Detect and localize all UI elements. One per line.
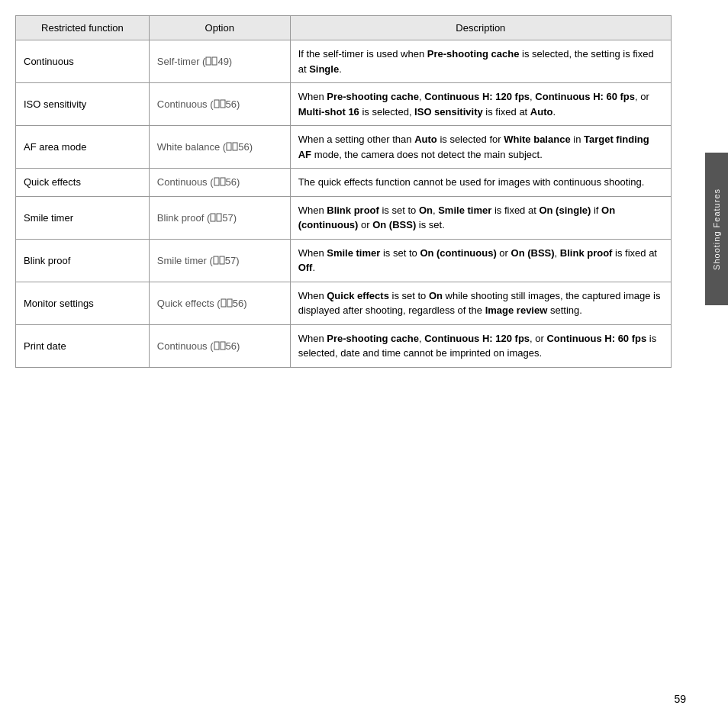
restricted-function-cell: AF area mode xyxy=(16,126,150,169)
table-row: Monitor settingsQuick effects (56)When Q… xyxy=(16,282,672,324)
table-row: Quick effectsContinuous (56)The quick ef… xyxy=(16,169,672,197)
option-cell: Smile timer (57) xyxy=(149,239,290,282)
svg-rect-12 xyxy=(221,299,226,307)
option-cell: Continuous (56) xyxy=(149,324,290,367)
description-cell: If the self-timer is used when Pre-shoot… xyxy=(290,40,671,83)
restricted-function-cell: Smile timer xyxy=(16,196,150,239)
description-cell: When Quick effects is set to On while sh… xyxy=(290,282,671,324)
svg-rect-7 xyxy=(221,178,225,185)
restricted-function-cell: Quick effects xyxy=(16,169,150,197)
table-row: Smile timerBlink proof (57)When Blink pr… xyxy=(16,196,672,239)
description-cell: When Pre-shooting cache, Continuous H: 1… xyxy=(290,83,671,126)
description-cell: When a setting other than Auto is select… xyxy=(290,126,671,169)
table-header-row: Restricted function Option Description xyxy=(16,16,672,40)
svg-rect-3 xyxy=(221,100,225,108)
svg-rect-13 xyxy=(227,299,232,307)
svg-rect-1 xyxy=(212,57,217,65)
svg-rect-14 xyxy=(214,342,219,350)
option-cell: Continuous (56) xyxy=(149,83,290,126)
option-cell: Blink proof (57) xyxy=(149,196,290,239)
svg-rect-9 xyxy=(217,214,221,221)
page-container: Restricted function Option Description C… xyxy=(0,0,728,728)
restricted-function-cell: Blink proof xyxy=(16,239,150,282)
svg-rect-11 xyxy=(220,256,224,264)
restricted-function-cell: ISO sensitivity xyxy=(16,83,150,126)
svg-rect-2 xyxy=(214,100,219,108)
table-row: ContinuousSelf-timer (49)If the self-tim… xyxy=(16,40,672,83)
svg-rect-8 xyxy=(211,214,215,221)
svg-rect-5 xyxy=(233,143,237,150)
restricted-function-cell: Monitor settings xyxy=(16,282,150,324)
svg-rect-0 xyxy=(206,57,211,65)
col-header-restricted: Restricted function xyxy=(16,16,150,40)
option-cell: Continuous (56) xyxy=(149,169,290,197)
description-cell: When Pre-shooting cache, Continuous H: 1… xyxy=(290,324,671,367)
option-cell: Self-timer (49) xyxy=(149,40,290,83)
side-tab-label: Shooting Features xyxy=(712,188,721,270)
option-cell: Quick effects (56) xyxy=(149,282,290,324)
table-row: AF area modeWhite balance (56)When a set… xyxy=(16,126,672,169)
svg-rect-4 xyxy=(227,143,231,150)
restricted-function-cell: Print date xyxy=(16,324,150,367)
col-header-description: Description xyxy=(290,16,671,40)
side-tab: Shooting Features xyxy=(705,153,728,305)
svg-rect-6 xyxy=(214,178,219,185)
svg-rect-10 xyxy=(214,256,218,264)
description-cell: When Blink proof is set to On, Smile tim… xyxy=(290,196,671,239)
description-cell: The quick effects function cannot be use… xyxy=(290,169,671,197)
col-header-option: Option xyxy=(149,16,290,40)
page-number: 59 xyxy=(674,693,686,705)
restricted-function-cell: Continuous xyxy=(16,40,150,83)
description-cell: When Smile timer is set to On (continuou… xyxy=(290,239,671,282)
svg-rect-15 xyxy=(221,342,225,350)
table-row: Print dateContinuous (56)When Pre-shooti… xyxy=(16,324,672,367)
restrictions-table: Restricted function Option Description C… xyxy=(15,15,672,368)
table-row: Blink proofSmile timer (57)When Smile ti… xyxy=(16,239,672,282)
table-row: ISO sensitivityContinuous (56)When Pre-s… xyxy=(16,83,672,126)
option-cell: White balance (56) xyxy=(149,126,290,169)
